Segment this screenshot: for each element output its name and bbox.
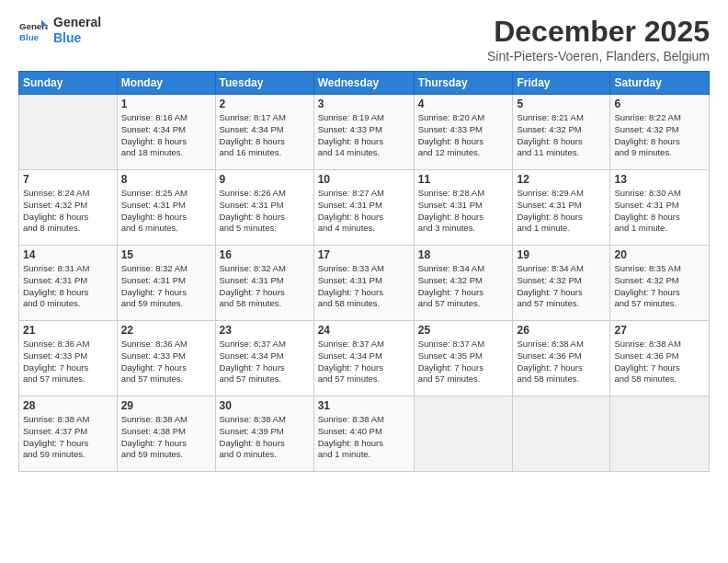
day-number: 28 xyxy=(23,399,113,412)
day-number: 30 xyxy=(220,399,310,412)
day-number: 16 xyxy=(220,248,310,261)
day-info: Sunrise: 8:38 AM Sunset: 4:36 PM Dayligh… xyxy=(614,339,705,385)
day-cell: 1Sunrise: 8:16 AM Sunset: 4:34 PM Daylig… xyxy=(117,95,215,170)
day-info: Sunrise: 8:27 AM Sunset: 4:31 PM Dayligh… xyxy=(318,188,410,235)
day-info: Sunrise: 8:38 AM Sunset: 4:37 PM Dayligh… xyxy=(23,414,113,461)
day-info: Sunrise: 8:33 AM Sunset: 4:31 PM Dayligh… xyxy=(318,263,410,310)
day-info: Sunrise: 8:21 AM Sunset: 4:32 PM Dayligh… xyxy=(517,112,606,159)
day-cell: 26Sunrise: 8:38 AM Sunset: 4:36 PM Dayli… xyxy=(513,321,610,396)
day-cell xyxy=(414,396,513,472)
day-cell: 3Sunrise: 8:19 AM Sunset: 4:33 PM Daylig… xyxy=(313,95,414,170)
header: General Blue General Blue December 2025 … xyxy=(18,15,710,63)
day-info: Sunrise: 8:32 AM Sunset: 4:31 PM Dayligh… xyxy=(220,263,310,310)
day-info: Sunrise: 8:37 AM Sunset: 4:34 PM Dayligh… xyxy=(220,339,310,385)
day-number: 22 xyxy=(121,324,211,337)
week-row-4: 21Sunrise: 8:36 AM Sunset: 4:33 PM Dayli… xyxy=(19,321,710,396)
day-number: 17 xyxy=(318,248,410,261)
day-cell xyxy=(610,396,710,472)
day-number: 18 xyxy=(418,248,509,261)
day-number: 4 xyxy=(418,98,509,110)
day-cell: 24Sunrise: 8:37 AM Sunset: 4:34 PM Dayli… xyxy=(313,321,414,396)
day-info: Sunrise: 8:38 AM Sunset: 4:36 PM Dayligh… xyxy=(517,339,606,385)
day-number: 23 xyxy=(220,324,310,337)
day-number: 12 xyxy=(517,173,606,186)
day-cell: 2Sunrise: 8:17 AM Sunset: 4:34 PM Daylig… xyxy=(215,95,313,170)
day-number: 6 xyxy=(614,98,705,110)
day-info: Sunrise: 8:37 AM Sunset: 4:35 PM Dayligh… xyxy=(418,339,509,385)
day-cell xyxy=(19,95,118,170)
day-cell: 6Sunrise: 8:22 AM Sunset: 4:32 PM Daylig… xyxy=(610,95,710,170)
day-number: 27 xyxy=(614,324,705,337)
day-cell: 16Sunrise: 8:32 AM Sunset: 4:31 PM Dayli… xyxy=(215,246,313,321)
day-info: Sunrise: 8:36 AM Sunset: 4:33 PM Dayligh… xyxy=(23,339,113,385)
day-cell: 31Sunrise: 8:38 AM Sunset: 4:40 PM Dayli… xyxy=(313,396,414,472)
day-cell: 25Sunrise: 8:37 AM Sunset: 4:35 PM Dayli… xyxy=(414,321,513,396)
day-info: Sunrise: 8:32 AM Sunset: 4:31 PM Dayligh… xyxy=(121,263,211,310)
day-info: Sunrise: 8:20 AM Sunset: 4:33 PM Dayligh… xyxy=(418,112,509,159)
col-header-sunday: Sunday xyxy=(19,72,118,95)
day-cell xyxy=(513,396,610,472)
day-info: Sunrise: 8:17 AM Sunset: 4:34 PM Dayligh… xyxy=(220,112,310,159)
col-header-tuesday: Tuesday xyxy=(215,72,313,95)
day-number: 14 xyxy=(23,248,113,261)
day-cell: 28Sunrise: 8:38 AM Sunset: 4:37 PM Dayli… xyxy=(19,396,118,472)
day-number: 2 xyxy=(220,98,310,110)
calendar-table: SundayMondayTuesdayWednesdayThursdayFrid… xyxy=(18,71,710,472)
week-row-3: 14Sunrise: 8:31 AM Sunset: 4:31 PM Dayli… xyxy=(19,246,710,321)
day-info: Sunrise: 8:34 AM Sunset: 4:32 PM Dayligh… xyxy=(517,263,606,310)
day-cell: 19Sunrise: 8:34 AM Sunset: 4:32 PM Dayli… xyxy=(513,246,610,321)
day-info: Sunrise: 8:38 AM Sunset: 4:38 PM Dayligh… xyxy=(121,414,211,461)
day-cell: 15Sunrise: 8:32 AM Sunset: 4:31 PM Dayli… xyxy=(117,246,215,321)
day-info: Sunrise: 8:38 AM Sunset: 4:40 PM Dayligh… xyxy=(318,414,410,461)
day-number: 9 xyxy=(220,173,310,186)
location: Sint-Pieters-Voeren, Flanders, Belgium xyxy=(487,49,710,63)
day-number: 25 xyxy=(418,324,509,337)
day-number: 7 xyxy=(23,173,113,186)
day-cell: 13Sunrise: 8:30 AM Sunset: 4:31 PM Dayli… xyxy=(610,170,710,246)
day-number: 21 xyxy=(23,324,113,337)
day-cell: 5Sunrise: 8:21 AM Sunset: 4:32 PM Daylig… xyxy=(513,95,610,170)
day-number: 8 xyxy=(121,173,211,186)
day-info: Sunrise: 8:35 AM Sunset: 4:32 PM Dayligh… xyxy=(614,263,705,310)
day-info: Sunrise: 8:31 AM Sunset: 4:31 PM Dayligh… xyxy=(23,263,113,310)
day-cell: 14Sunrise: 8:31 AM Sunset: 4:31 PM Dayli… xyxy=(19,246,118,321)
day-info: Sunrise: 8:26 AM Sunset: 4:31 PM Dayligh… xyxy=(220,188,310,235)
logo-icon: General Blue xyxy=(18,17,48,43)
day-cell: 23Sunrise: 8:37 AM Sunset: 4:34 PM Dayli… xyxy=(215,321,313,396)
day-number: 1 xyxy=(121,98,211,110)
logo-text-general: General xyxy=(53,15,101,30)
day-info: Sunrise: 8:24 AM Sunset: 4:32 PM Dayligh… xyxy=(23,188,113,235)
col-header-friday: Friday xyxy=(513,72,610,95)
day-cell: 20Sunrise: 8:35 AM Sunset: 4:32 PM Dayli… xyxy=(610,246,710,321)
col-header-wednesday: Wednesday xyxy=(313,72,414,95)
day-cell: 17Sunrise: 8:33 AM Sunset: 4:31 PM Dayli… xyxy=(313,246,414,321)
svg-text:Blue: Blue xyxy=(19,31,40,41)
day-cell: 30Sunrise: 8:38 AM Sunset: 4:39 PM Dayli… xyxy=(215,396,313,472)
col-header-thursday: Thursday xyxy=(414,72,513,95)
day-number: 10 xyxy=(318,173,410,186)
logo-text-blue: Blue xyxy=(53,30,101,46)
day-number: 26 xyxy=(517,324,606,337)
day-info: Sunrise: 8:36 AM Sunset: 4:33 PM Dayligh… xyxy=(121,339,211,385)
day-cell: 11Sunrise: 8:28 AM Sunset: 4:31 PM Dayli… xyxy=(414,170,513,246)
day-cell: 7Sunrise: 8:24 AM Sunset: 4:32 PM Daylig… xyxy=(19,170,118,246)
day-number: 20 xyxy=(614,248,705,261)
day-number: 3 xyxy=(318,98,410,110)
day-number: 19 xyxy=(517,248,606,261)
col-header-saturday: Saturday xyxy=(610,72,710,95)
week-row-2: 7Sunrise: 8:24 AM Sunset: 4:32 PM Daylig… xyxy=(19,170,710,246)
day-info: Sunrise: 8:34 AM Sunset: 4:32 PM Dayligh… xyxy=(418,263,509,310)
day-number: 24 xyxy=(318,324,410,337)
month-title: December 2025 xyxy=(487,15,710,49)
day-cell: 8Sunrise: 8:25 AM Sunset: 4:31 PM Daylig… xyxy=(117,170,215,246)
day-cell: 4Sunrise: 8:20 AM Sunset: 4:33 PM Daylig… xyxy=(414,95,513,170)
day-info: Sunrise: 8:37 AM Sunset: 4:34 PM Dayligh… xyxy=(318,339,410,385)
day-info: Sunrise: 8:29 AM Sunset: 4:31 PM Dayligh… xyxy=(517,188,606,235)
day-number: 11 xyxy=(418,173,509,186)
col-header-monday: Monday xyxy=(117,72,215,95)
week-row-1: 1Sunrise: 8:16 AM Sunset: 4:34 PM Daylig… xyxy=(19,95,710,170)
day-number: 15 xyxy=(121,248,211,261)
title-block: December 2025 Sint-Pieters-Voeren, Fland… xyxy=(487,15,710,63)
day-info: Sunrise: 8:30 AM Sunset: 4:31 PM Dayligh… xyxy=(614,188,705,235)
day-info: Sunrise: 8:38 AM Sunset: 4:39 PM Dayligh… xyxy=(220,414,310,461)
